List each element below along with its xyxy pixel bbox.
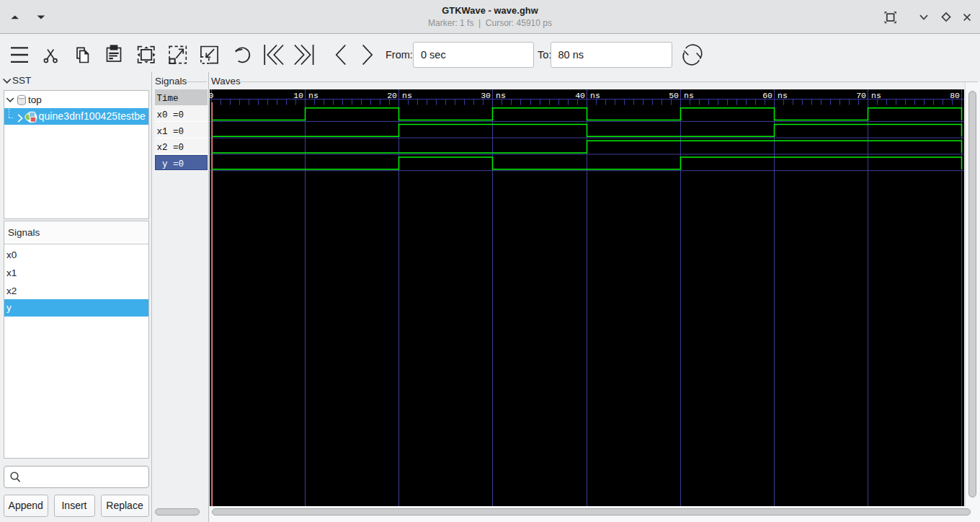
svg-text:80: 80 bbox=[950, 91, 960, 100]
svg-text:20: 20 bbox=[387, 91, 397, 100]
svg-text:0: 0 bbox=[210, 91, 214, 100]
svg-text:ns: ns bbox=[871, 91, 881, 100]
svg-text:ns: ns bbox=[778, 91, 788, 100]
svg-text:ns: ns bbox=[496, 91, 506, 100]
svg-text:70: 70 bbox=[856, 91, 866, 100]
svg-text:40: 40 bbox=[575, 91, 585, 100]
svg-text:60: 60 bbox=[762, 91, 772, 100]
svg-text:ns: ns bbox=[402, 91, 412, 100]
svg-text:ns: ns bbox=[590, 91, 600, 100]
svg-text:50: 50 bbox=[669, 91, 679, 100]
svg-text:30: 30 bbox=[481, 91, 491, 100]
svg-text:ns: ns bbox=[684, 91, 694, 100]
svg-text:10: 10 bbox=[293, 91, 303, 100]
svg-text:ns: ns bbox=[308, 91, 318, 100]
